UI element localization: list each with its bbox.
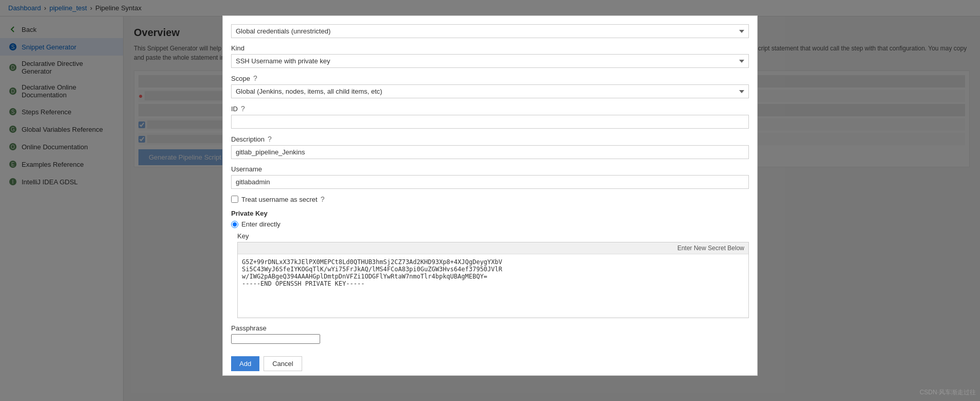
kind-label: Kind [231,44,749,52]
description-help-icon[interactable]: ? [268,135,272,143]
modal-buttons: Add Cancel [231,350,749,373]
passphrase-label-text: Passphrase [231,324,749,332]
passphrase-group: Passphrase [231,324,749,344]
id-input[interactable] [231,115,749,129]
modal-content: Global credentials (unrestricted) Kind S… [223,16,757,376]
scope-help-icon[interactable]: ? [253,74,257,82]
scope-select-wrap: Global (Jenkins, nodes, items, all child… [231,84,749,98]
username-input[interactable] [231,175,749,189]
id-help-icon[interactable]: ? [241,104,245,113]
store-select[interactable]: Global credentials (unrestricted) [231,24,749,38]
treat-username-help-icon[interactable]: ? [321,195,325,203]
description-input[interactable] [231,145,749,159]
description-label-text: Description ? [231,135,749,143]
id-group: ID ? [231,104,749,129]
modal-overlay: Global credentials (unrestricted) Kind S… [0,0,980,401]
store-select-group: Global credentials (unrestricted) [231,24,749,38]
username-label-text: Username [231,165,749,173]
enter-directly-label: Enter directly [241,220,281,228]
cancel-button[interactable]: Cancel [264,356,302,371]
treat-username-label: Treat username as secret [241,196,318,203]
add-button[interactable]: Add [231,356,259,371]
scope-select[interactable]: Global (Jenkins, nodes, items, all child… [231,84,749,98]
id-label-text: ID ? [231,104,749,113]
scope-label-text: Scope ? [231,74,749,82]
key-label-text: Key [237,232,749,240]
description-group: Description ? [231,135,749,159]
treat-username-row: Treat username as secret ? [231,195,749,203]
key-textarea-wrap: Enter New Secret Below [237,242,749,318]
watermark: CSDN·风车渐走过往 [920,388,976,397]
passphrase-input[interactable] [231,334,320,344]
treat-username-checkbox[interactable] [231,196,238,203]
private-key-section: Private Key Enter directly Key Enter New… [231,210,749,318]
enter-directly-radio[interactable] [231,221,238,228]
username-group: Username [231,165,749,189]
kind-select[interactable]: SSH Username with private key [231,54,749,68]
private-key-label: Private Key [231,210,749,217]
key-hint: Enter New Secret Below [238,242,748,254]
key-textarea[interactable] [238,254,748,316]
key-section: Key Enter New Secret Below [237,232,749,318]
credential-modal: Global credentials (unrestricted) Kind S… [222,15,758,376]
scope-group: Scope ? Global (Jenkins, nodes, items, a… [231,74,749,98]
kind-group: Kind SSH Username with private key [231,44,749,68]
enter-directly-row: Enter directly [231,220,749,228]
